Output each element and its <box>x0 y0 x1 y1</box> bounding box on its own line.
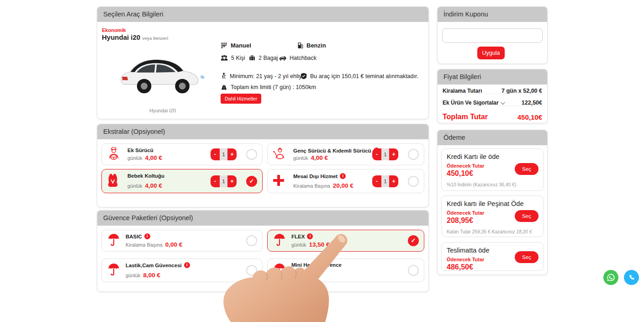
info-icon[interactable]: i <box>307 233 313 239</box>
extra-period: günlük <box>293 155 308 161</box>
young-senior-driver-icon <box>273 147 286 162</box>
payment-amount: 450,10€ <box>447 169 473 178</box>
extra-card-genc-surucu[interactable]: Genç Sürücü & Kıdemli Sürücü i günlük 4,… <box>267 143 424 165</box>
divider <box>441 94 544 94</box>
minus-button[interactable]: - <box>211 148 220 160</box>
spec-transmission: Manuel <box>221 42 251 49</box>
luggage-icon <box>249 55 255 61</box>
info-icon[interactable]: i <box>144 233 150 239</box>
price-value: 7 gün x 52,00 € <box>501 88 542 94</box>
included-services-button[interactable]: Dahil Hizmetler <box>221 94 261 104</box>
minus-button[interactable]: - <box>372 175 381 187</box>
insurance-name: Lastik,Cam Güvencesi <box>126 263 182 268</box>
quantity-value: 1 <box>220 175 227 187</box>
payment-amount-label: Ödenecek Tutar <box>447 210 484 216</box>
insurance-card-lastik-cam[interactable]: Lastik,Cam Güvencesi i günlük 8,00 € <box>101 259 263 282</box>
plus-button[interactable]: + <box>389 148 398 160</box>
extra-price: 20,00 € <box>333 182 354 189</box>
select-payment-button[interactable]: Seç <box>515 163 538 175</box>
insurance-price: 13,50 € <box>309 241 329 248</box>
quantity-value: 1 <box>381 148 389 160</box>
extra-card-mesai-disi[interactable]: Mesai Dışı Hizmet i Kiralama Başına 20,0… <box>267 169 424 193</box>
price-row-total: Toplam Tutar 450,10€ <box>438 113 547 121</box>
quantity-value: 1 <box>220 148 227 160</box>
insurance-panel-title: Güvence Paketleri (Opsiyonel) <box>97 211 428 226</box>
out-of-hours-icon <box>273 174 285 188</box>
payment-note: %10 İndirim (Kazancınız 36,40 €) <box>447 182 516 187</box>
spec-requirement: Minimum: 21 yaş - 2 yıl ehliyet <box>221 73 306 79</box>
payment-note-gain: Kazancınız 18,20 € <box>491 229 532 234</box>
total-value: 450,10€ <box>517 113 542 121</box>
extra-price: 4,00 € <box>311 154 328 161</box>
insurance-selected-check[interactable]: ✓ <box>408 235 419 246</box>
price-row-rental: Kiralama Tutarı 7 gün x 52,00 € <box>438 88 547 94</box>
select-payment-button[interactable]: Seç <box>515 251 538 263</box>
price-panel: Fiyat Bilgileri Kiralama Tutarı 7 gün x … <box>438 69 547 123</box>
extra-name: Bebek Koltuğu <box>127 173 164 179</box>
vehicle-panel-title: Seçilen Araç Bilgileri <box>97 7 428 22</box>
fuel-icon <box>297 42 303 49</box>
extra-radio[interactable] <box>246 149 257 160</box>
payment-card-delivery[interactable]: Teslimatta öde Ödenecek Tutar 486,50€ Se… <box>441 242 544 271</box>
insurance-name: FLEX <box>291 234 305 239</box>
info-icon[interactable]: i <box>340 173 346 179</box>
insurance-radio[interactable] <box>246 235 257 246</box>
car-type-icon <box>279 55 286 61</box>
minus-button[interactable]: - <box>211 175 220 187</box>
coupon-input[interactable] <box>442 28 543 43</box>
insurance-period: günlük <box>126 273 140 278</box>
price-label: Ek Ürün Ve Sigortalar <box>443 100 499 106</box>
insurance-period: günlük <box>291 242 306 248</box>
apply-coupon-button[interactable]: Uygula <box>477 47 505 59</box>
insurance-name: Mini Hasar Güvence <box>291 262 342 268</box>
spec-luggage: 2 Bagaj <box>249 55 278 61</box>
minus-button[interactable]: - <box>372 148 381 160</box>
spec-deposit: Bu araç için 150,01 € teminat alınmaktad… <box>301 73 418 79</box>
payment-note: Kalan Tutar 259,35 € <box>447 229 491 234</box>
payment-panel: Ödeme Kredi Kartı ile öde Ödenecek Tutar… <box>438 130 547 274</box>
spec-body-type: Hatchback <box>279 55 317 61</box>
spec-km-limit: Toplam km limiti (7 gün) : 1050km <box>221 84 316 90</box>
umbrella-icon <box>108 233 120 248</box>
extra-card-bebek-koltugu[interactable]: Bebek Koltuğu günlük 4,00 € - 1 + ✓ <box>101 169 263 193</box>
info-icon[interactable]: i <box>184 262 190 268</box>
extra-name: Ek Sürücü <box>127 148 153 153</box>
baby-seat-icon <box>107 174 119 189</box>
insurance-name: BASIC <box>126 234 142 239</box>
phone-button[interactable] <box>624 270 639 285</box>
payment-card-deposit[interactable]: Kredi kartı ile Peşinat Öde Ödenecek Tut… <box>441 195 544 237</box>
person-age-icon <box>221 73 227 79</box>
extra-driver-icon <box>107 147 121 162</box>
payment-method-name: Kredi kartı ile Peşinat Öde <box>447 200 523 207</box>
chevron-down-icon[interactable] <box>501 100 505 105</box>
plus-button[interactable]: + <box>389 175 398 187</box>
plus-button[interactable]: + <box>227 175 237 187</box>
quantity-stepper: - 1 + <box>372 148 398 160</box>
quantity-value: 1 <box>381 175 389 187</box>
extra-card-ek-surucu[interactable]: Ek Sürücü günlük 4,00 € - 1 + <box>101 143 263 165</box>
payment-card-credit[interactable]: Kredi Kartı ile öde Ödenecek Tutar 450,1… <box>441 148 544 191</box>
insurance-card-basic[interactable]: BASIC i Kiralama Başına 0,00 € <box>101 230 263 252</box>
extra-selected-check[interactable]: ✓ <box>246 176 257 187</box>
umbrella-icon <box>274 263 285 278</box>
insurance-radio[interactable] <box>408 265 419 276</box>
price-panel-title: Fiyat Bilgileri <box>438 69 547 84</box>
vehicle-caption: Hyundai i20 <box>119 108 206 113</box>
insurance-card-flex[interactable]: FLEX i günlük 13,50 € ✓ <box>267 230 424 252</box>
extra-radio[interactable] <box>408 149 419 160</box>
plus-button[interactable]: + <box>227 148 237 160</box>
insurance-panel: Güvence Paketleri (Opsiyonel) BASIC i Ki… <box>97 211 428 291</box>
select-payment-button[interactable]: Seç <box>515 210 538 222</box>
spec-fuel: Benzin <box>297 42 326 49</box>
extra-price: 4,00 € <box>145 182 162 189</box>
payment-amount-label: Ödenecek Tutar <box>447 257 484 262</box>
extra-radio[interactable] <box>408 176 419 187</box>
divider <box>441 106 544 106</box>
coupon-panel: İndirim Kuponu Uygula <box>438 7 547 63</box>
spec-seats: 5 Kişi <box>221 55 245 61</box>
insurance-radio[interactable] <box>246 265 257 276</box>
whatsapp-button[interactable] <box>603 270 618 285</box>
extra-name: Genç Sürücü & Kıdemli Sürücü <box>293 148 371 153</box>
umbrella-icon <box>274 233 285 248</box>
insurance-card-mini-hasar[interactable]: Mini Hasar Güvence 8,00 € <box>267 259 424 282</box>
